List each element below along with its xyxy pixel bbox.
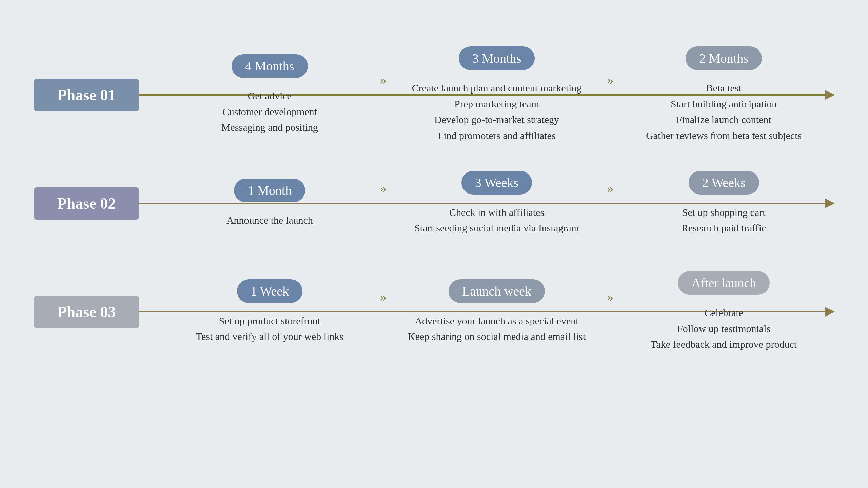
node-text-2-2: Check in with affiliatesStart seeding so… <box>414 205 579 236</box>
phase-row-1: Phase 014 MonthsGet adviceCustomer devel… <box>34 61 834 129</box>
nodes-row-3: 1 WeekSet up product storefrontTest and … <box>159 278 834 346</box>
chevron-2-2: » <box>607 181 613 196</box>
timeline-1: 4 MonthsGet adviceCustomer developmentMe… <box>159 61 834 129</box>
timeline-3: 1 WeekSet up product storefrontTest and … <box>159 278 834 346</box>
node-badge-2-3: 2 Weeks <box>689 171 759 195</box>
node-badge-1-3: 2 Months <box>686 46 762 70</box>
node-badge-2-1: 1 Month <box>234 179 305 202</box>
roadmap-container: Phase 014 MonthsGet adviceCustomer devel… <box>34 61 834 346</box>
phase-row-2: Phase 021 MonthAnnounce the launch»3 Wee… <box>34 169 834 237</box>
node-group-2-3: 2 WeeksSet up shopping cartResearch paid… <box>613 171 834 236</box>
node-text-1-2: Create launch plan and content marketing… <box>412 80 582 143</box>
phase-row-3: Phase 031 WeekSet up product storefrontT… <box>34 278 834 346</box>
phase-label-1: Phase 01 <box>34 79 139 111</box>
phase-label-2: Phase 02 <box>34 187 139 220</box>
phase-label-3: Phase 03 <box>34 296 139 328</box>
timeline-2: 1 MonthAnnounce the launch»3 WeeksCheck … <box>159 169 834 237</box>
nodes-row-1: 4 MonthsGet adviceCustomer developmentMe… <box>159 61 834 129</box>
node-group-2-1: 1 MonthAnnounce the launch <box>159 179 380 228</box>
node-group-1-3: 2 MonthsBeta testStart building anticipa… <box>613 46 834 143</box>
node-text-1-3: Beta testStart building anticipationFina… <box>646 80 802 143</box>
connector-2 <box>139 203 159 204</box>
node-group-2-2: 3 WeeksCheck in with affiliatesStart see… <box>387 171 607 236</box>
node-text-2-1: Announce the launch <box>226 212 313 228</box>
node-group-3-1: 1 WeekSet up product storefrontTest and … <box>159 279 380 345</box>
node-group-3-3: After launchCelebrateFollow up testimoni… <box>613 271 834 352</box>
node-group-1-2: 3 MonthsCreate launch plan and content m… <box>387 46 607 143</box>
node-badge-3-2: Launch week <box>449 279 545 303</box>
connector-3 <box>139 311 159 312</box>
node-badge-3-3: After launch <box>678 271 770 295</box>
node-badge-3-1: 1 Week <box>237 279 302 303</box>
node-text-3-1: Set up product storefrontTest and verify… <box>196 313 343 345</box>
chevron-1-1: » <box>380 72 387 87</box>
chevron-1-2: » <box>607 72 613 87</box>
node-group-3-2: Launch weekAdvertise your launch as a sp… <box>387 279 607 345</box>
page: Phase 014 MonthsGet adviceCustomer devel… <box>0 0 868 488</box>
node-text-2-3: Set up shopping cartResearch paid traffi… <box>682 205 766 236</box>
nodes-row-2: 1 MonthAnnounce the launch»3 WeeksCheck … <box>159 169 834 237</box>
chevron-3-1: » <box>380 289 387 304</box>
chevron-2-1: » <box>380 181 387 196</box>
node-text-3-3: CelebrateFollow up testimonialsTake feed… <box>651 305 797 352</box>
node-group-1-1: 4 MonthsGet adviceCustomer developmentMe… <box>159 54 380 136</box>
chevron-3-2: » <box>607 289 613 304</box>
node-badge-1-1: 4 Months <box>232 54 308 78</box>
node-badge-2-2: 3 Weeks <box>461 171 532 195</box>
connector-1 <box>139 94 159 96</box>
node-text-3-2: Advertise your launch as a special event… <box>408 313 586 345</box>
node-badge-1-2: 3 Months <box>459 46 535 70</box>
node-text-1-1: Get adviceCustomer developmentMessaging … <box>221 88 318 136</box>
